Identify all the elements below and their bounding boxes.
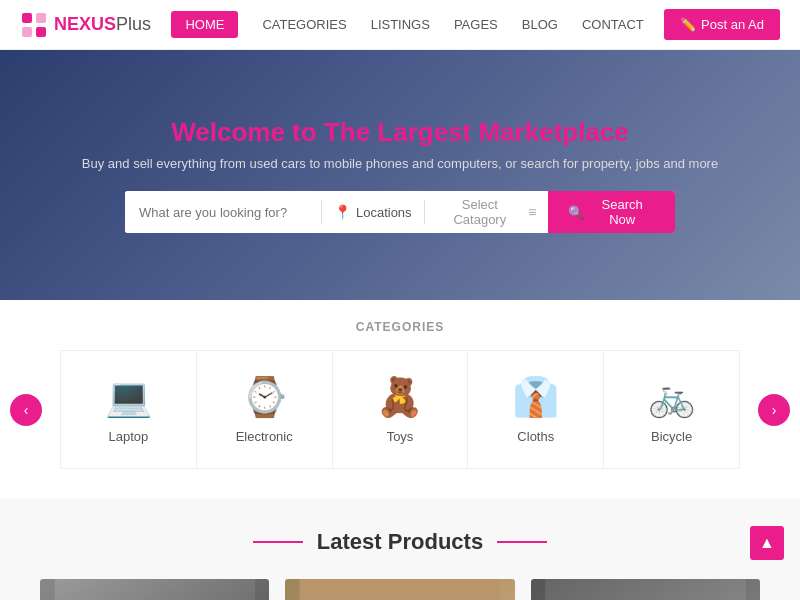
category-card-laptop[interactable]: 💻 Laptop — [61, 351, 197, 468]
category-card-toys[interactable]: 🧸 Toys — [333, 351, 469, 468]
electronic-icon: ⌚ — [241, 375, 288, 419]
category-label-bicycle: Bicycle — [651, 429, 692, 444]
categories-section: CATEGORIES ‹ 💻 Laptop ⌚ Electronic 🧸 Toy… — [0, 300, 800, 499]
product-image-camera — [40, 579, 269, 600]
category-label-cloths: Cloths — [517, 429, 554, 444]
category-card-cloths[interactable]: 👔 Cloths — [468, 351, 604, 468]
next-button[interactable]: › — [758, 394, 790, 426]
nav-contact[interactable]: CONTACT — [582, 17, 644, 32]
category-label-electronic: Electronic — [236, 429, 293, 444]
logo-icon — [20, 11, 48, 39]
title-line-left — [253, 541, 303, 543]
nav-listings[interactable]: LISTINGS — [371, 17, 430, 32]
nav-pages[interactable]: PAGES — [454, 17, 498, 32]
logo-text: NEXUSPlus — [54, 14, 151, 35]
latest-products-section: Latest Products — [0, 499, 800, 600]
category-label-laptop: Laptop — [109, 429, 149, 444]
product-card-car[interactable] — [531, 579, 760, 600]
categories-slider: ‹ 💻 Laptop ⌚ Electronic 🧸 Toys 👔 Cloths … — [60, 350, 740, 469]
prev-button[interactable]: ‹ — [10, 394, 42, 426]
navbar: NEXUSPlus HOME CATEGORIES LISTINGS PAGES… — [0, 0, 800, 50]
nav-home[interactable]: HOME — [171, 11, 238, 38]
svg-rect-1 — [36, 13, 46, 23]
categories-section-title: CATEGORIES — [0, 320, 800, 334]
svg-rect-19 — [545, 579, 745, 600]
search-input[interactable] — [125, 191, 321, 233]
hero-title: Welcome to The Largest Marketplace — [40, 117, 760, 148]
edit-icon: ✏️ — [680, 17, 696, 32]
svg-rect-3 — [36, 27, 46, 37]
post-ad-button[interactable]: ✏️ Post an Ad — [664, 9, 780, 40]
laptop-icon: 💻 — [105, 375, 152, 419]
nav-blog[interactable]: BLOG — [522, 17, 558, 32]
location-button[interactable]: 📍 Locations — [322, 191, 424, 233]
category-select-button[interactable]: Select Catagory ≡ — [425, 191, 549, 233]
nav-links: HOME CATEGORIES LISTINGS PAGES BLOG CONT… — [171, 11, 643, 38]
title-line-right — [497, 541, 547, 543]
svg-rect-2 — [22, 27, 32, 37]
search-button[interactable]: 🔍 Search Now — [548, 191, 675, 233]
products-grid — [40, 579, 760, 600]
scroll-to-top-button[interactable]: ▲ — [750, 526, 784, 560]
hero-section: Welcome to The Largest Marketplace Buy a… — [0, 50, 800, 300]
menu-lines-icon: ≡ — [528, 204, 536, 220]
product-card-camera[interactable] — [40, 579, 269, 600]
category-card-bicycle[interactable]: 🚲 Bicycle — [604, 351, 739, 468]
section-title: Latest Products — [40, 529, 760, 555]
hero-subtitle: Buy and sell everything from used cars t… — [40, 156, 760, 171]
category-label-toys: Toys — [387, 429, 414, 444]
search-icon: 🔍 — [568, 205, 584, 220]
categories-grid: 💻 Laptop ⌚ Electronic 🧸 Toys 👔 Cloths 🚲 … — [60, 350, 740, 469]
svg-rect-0 — [22, 13, 32, 23]
product-card-laptop[interactable] — [285, 579, 514, 600]
cloths-icon: 👔 — [512, 375, 559, 419]
logo: NEXUSPlus — [20, 11, 151, 39]
hero-content: Welcome to The Largest Marketplace Buy a… — [0, 117, 800, 233]
svg-rect-12 — [300, 579, 500, 600]
nav-categories[interactable]: CATEGORIES — [262, 17, 346, 32]
svg-rect-5 — [55, 579, 255, 600]
location-icon: 📍 — [334, 204, 351, 220]
search-bar: 📍 Locations Select Catagory ≡ 🔍 Search N… — [125, 191, 675, 233]
latest-products-title: Latest Products — [317, 529, 483, 555]
product-image-laptop — [285, 579, 514, 600]
category-card-electronic[interactable]: ⌚ Electronic — [197, 351, 333, 468]
bicycle-icon: 🚲 — [648, 375, 695, 419]
toys-icon: 🧸 — [376, 375, 423, 419]
product-image-car — [531, 579, 760, 600]
